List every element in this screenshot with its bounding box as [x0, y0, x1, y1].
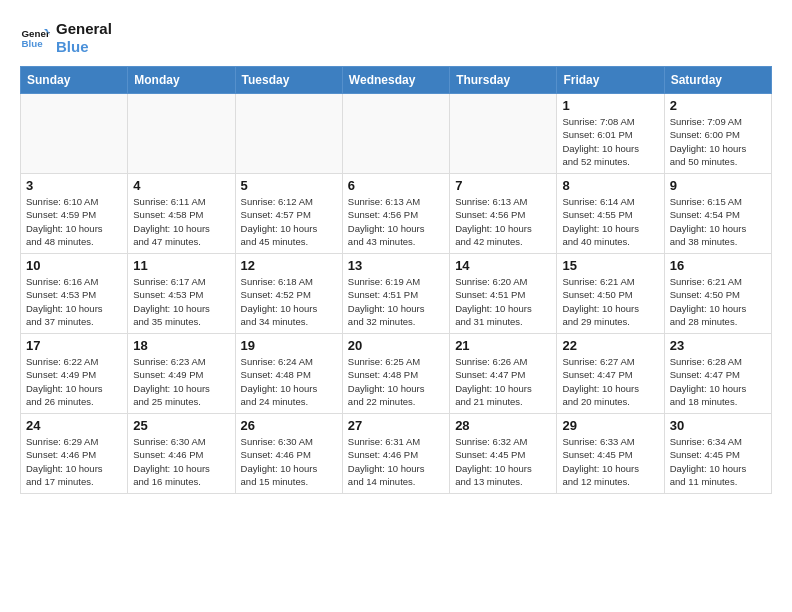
day-info: Sunrise: 6:32 AM Sunset: 4:45 PM Dayligh…: [455, 435, 551, 488]
day-info: Sunrise: 6:23 AM Sunset: 4:49 PM Dayligh…: [133, 355, 229, 408]
calendar-day-cell: 24Sunrise: 6:29 AM Sunset: 4:46 PM Dayli…: [21, 414, 128, 494]
day-number: 14: [455, 258, 551, 273]
logo-icon: General Blue: [20, 23, 50, 53]
calendar-day-cell: 16Sunrise: 6:21 AM Sunset: 4:50 PM Dayli…: [664, 254, 771, 334]
day-number: 7: [455, 178, 551, 193]
calendar-day-cell: 2Sunrise: 7:09 AM Sunset: 6:00 PM Daylig…: [664, 94, 771, 174]
calendar-week-row: 10Sunrise: 6:16 AM Sunset: 4:53 PM Dayli…: [21, 254, 772, 334]
calendar-day-cell: 21Sunrise: 6:26 AM Sunset: 4:47 PM Dayli…: [450, 334, 557, 414]
calendar-day-cell: 7Sunrise: 6:13 AM Sunset: 4:56 PM Daylig…: [450, 174, 557, 254]
day-info: Sunrise: 6:17 AM Sunset: 4:53 PM Dayligh…: [133, 275, 229, 328]
day-number: 21: [455, 338, 551, 353]
day-number: 23: [670, 338, 766, 353]
day-info: Sunrise: 6:30 AM Sunset: 4:46 PM Dayligh…: [241, 435, 337, 488]
day-number: 18: [133, 338, 229, 353]
day-number: 6: [348, 178, 444, 193]
day-info: Sunrise: 6:33 AM Sunset: 4:45 PM Dayligh…: [562, 435, 658, 488]
calendar-day-cell: [235, 94, 342, 174]
calendar-day-cell: [21, 94, 128, 174]
day-number: 4: [133, 178, 229, 193]
calendar-day-cell: [128, 94, 235, 174]
calendar-day-cell: 26Sunrise: 6:30 AM Sunset: 4:46 PM Dayli…: [235, 414, 342, 494]
logo-text-blue: Blue: [56, 38, 112, 56]
calendar-day-cell: 11Sunrise: 6:17 AM Sunset: 4:53 PM Dayli…: [128, 254, 235, 334]
day-info: Sunrise: 6:26 AM Sunset: 4:47 PM Dayligh…: [455, 355, 551, 408]
day-info: Sunrise: 6:18 AM Sunset: 4:52 PM Dayligh…: [241, 275, 337, 328]
calendar-header-row: SundayMondayTuesdayWednesdayThursdayFrid…: [21, 67, 772, 94]
calendar-day-cell: 10Sunrise: 6:16 AM Sunset: 4:53 PM Dayli…: [21, 254, 128, 334]
day-number: 8: [562, 178, 658, 193]
calendar-day-header: Wednesday: [342, 67, 449, 94]
calendar-day-cell: [450, 94, 557, 174]
logo-text-general: General: [56, 20, 112, 38]
calendar-table: SundayMondayTuesdayWednesdayThursdayFrid…: [20, 66, 772, 494]
day-number: 10: [26, 258, 122, 273]
day-number: 28: [455, 418, 551, 433]
day-number: 19: [241, 338, 337, 353]
calendar-day-cell: 20Sunrise: 6:25 AM Sunset: 4:48 PM Dayli…: [342, 334, 449, 414]
day-number: 11: [133, 258, 229, 273]
calendar-day-cell: 14Sunrise: 6:20 AM Sunset: 4:51 PM Dayli…: [450, 254, 557, 334]
calendar-day-cell: 23Sunrise: 6:28 AM Sunset: 4:47 PM Dayli…: [664, 334, 771, 414]
svg-text:Blue: Blue: [22, 38, 44, 49]
day-number: 17: [26, 338, 122, 353]
day-info: Sunrise: 6:21 AM Sunset: 4:50 PM Dayligh…: [670, 275, 766, 328]
day-info: Sunrise: 6:30 AM Sunset: 4:46 PM Dayligh…: [133, 435, 229, 488]
calendar-week-row: 24Sunrise: 6:29 AM Sunset: 4:46 PM Dayli…: [21, 414, 772, 494]
calendar-week-row: 17Sunrise: 6:22 AM Sunset: 4:49 PM Dayli…: [21, 334, 772, 414]
day-number: 26: [241, 418, 337, 433]
day-info: Sunrise: 6:13 AM Sunset: 4:56 PM Dayligh…: [455, 195, 551, 248]
calendar-day-cell: 4Sunrise: 6:11 AM Sunset: 4:58 PM Daylig…: [128, 174, 235, 254]
logo: General Blue General Blue: [20, 20, 112, 56]
day-info: Sunrise: 6:20 AM Sunset: 4:51 PM Dayligh…: [455, 275, 551, 328]
calendar-day-cell: 13Sunrise: 6:19 AM Sunset: 4:51 PM Dayli…: [342, 254, 449, 334]
calendar-day-header: Saturday: [664, 67, 771, 94]
calendar-day-cell: 15Sunrise: 6:21 AM Sunset: 4:50 PM Dayli…: [557, 254, 664, 334]
day-info: Sunrise: 6:16 AM Sunset: 4:53 PM Dayligh…: [26, 275, 122, 328]
day-info: Sunrise: 6:10 AM Sunset: 4:59 PM Dayligh…: [26, 195, 122, 248]
calendar-day-cell: 3Sunrise: 6:10 AM Sunset: 4:59 PM Daylig…: [21, 174, 128, 254]
calendar-day-cell: 5Sunrise: 6:12 AM Sunset: 4:57 PM Daylig…: [235, 174, 342, 254]
day-info: Sunrise: 7:09 AM Sunset: 6:00 PM Dayligh…: [670, 115, 766, 168]
day-number: 13: [348, 258, 444, 273]
day-number: 12: [241, 258, 337, 273]
day-info: Sunrise: 6:29 AM Sunset: 4:46 PM Dayligh…: [26, 435, 122, 488]
day-info: Sunrise: 6:31 AM Sunset: 4:46 PM Dayligh…: [348, 435, 444, 488]
day-number: 15: [562, 258, 658, 273]
day-info: Sunrise: 6:11 AM Sunset: 4:58 PM Dayligh…: [133, 195, 229, 248]
calendar-day-cell: 17Sunrise: 6:22 AM Sunset: 4:49 PM Dayli…: [21, 334, 128, 414]
day-number: 9: [670, 178, 766, 193]
page-header: General Blue General Blue: [20, 20, 772, 56]
day-number: 2: [670, 98, 766, 113]
calendar-day-cell: 27Sunrise: 6:31 AM Sunset: 4:46 PM Dayli…: [342, 414, 449, 494]
day-info: Sunrise: 6:21 AM Sunset: 4:50 PM Dayligh…: [562, 275, 658, 328]
day-number: 3: [26, 178, 122, 193]
day-number: 1: [562, 98, 658, 113]
calendar-day-cell: 8Sunrise: 6:14 AM Sunset: 4:55 PM Daylig…: [557, 174, 664, 254]
calendar-day-cell: 19Sunrise: 6:24 AM Sunset: 4:48 PM Dayli…: [235, 334, 342, 414]
calendar-day-header: Thursday: [450, 67, 557, 94]
day-info: Sunrise: 6:28 AM Sunset: 4:47 PM Dayligh…: [670, 355, 766, 408]
day-info: Sunrise: 6:19 AM Sunset: 4:51 PM Dayligh…: [348, 275, 444, 328]
day-number: 27: [348, 418, 444, 433]
day-info: Sunrise: 6:12 AM Sunset: 4:57 PM Dayligh…: [241, 195, 337, 248]
day-number: 16: [670, 258, 766, 273]
calendar-day-cell: 25Sunrise: 6:30 AM Sunset: 4:46 PM Dayli…: [128, 414, 235, 494]
calendar-day-cell: 1Sunrise: 7:08 AM Sunset: 6:01 PM Daylig…: [557, 94, 664, 174]
calendar-day-cell: 9Sunrise: 6:15 AM Sunset: 4:54 PM Daylig…: [664, 174, 771, 254]
day-info: Sunrise: 7:08 AM Sunset: 6:01 PM Dayligh…: [562, 115, 658, 168]
day-info: Sunrise: 6:24 AM Sunset: 4:48 PM Dayligh…: [241, 355, 337, 408]
calendar-day-cell: 22Sunrise: 6:27 AM Sunset: 4:47 PM Dayli…: [557, 334, 664, 414]
calendar-day-header: Monday: [128, 67, 235, 94]
day-number: 29: [562, 418, 658, 433]
calendar-day-cell: 30Sunrise: 6:34 AM Sunset: 4:45 PM Dayli…: [664, 414, 771, 494]
calendar-day-cell: 28Sunrise: 6:32 AM Sunset: 4:45 PM Dayli…: [450, 414, 557, 494]
day-info: Sunrise: 6:22 AM Sunset: 4:49 PM Dayligh…: [26, 355, 122, 408]
calendar-day-cell: 12Sunrise: 6:18 AM Sunset: 4:52 PM Dayli…: [235, 254, 342, 334]
day-number: 22: [562, 338, 658, 353]
calendar-day-header: Tuesday: [235, 67, 342, 94]
day-number: 20: [348, 338, 444, 353]
calendar-day-header: Friday: [557, 67, 664, 94]
calendar-day-cell: [342, 94, 449, 174]
calendar-day-cell: 18Sunrise: 6:23 AM Sunset: 4:49 PM Dayli…: [128, 334, 235, 414]
